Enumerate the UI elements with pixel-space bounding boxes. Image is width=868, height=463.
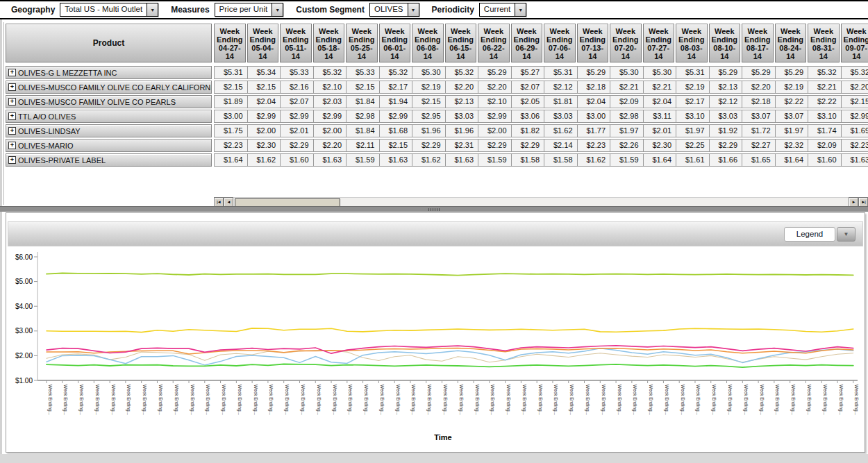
- price-cell[interactable]: $2.15: [347, 81, 380, 93]
- price-cell[interactable]: $2.22: [776, 96, 809, 108]
- price-cell[interactable]: $2.22: [808, 96, 842, 108]
- price-cell[interactable]: $2.18: [578, 81, 611, 93]
- price-cell[interactable]: $2.11: [347, 140, 380, 151]
- price-cell[interactable]: $1.68: [380, 125, 413, 137]
- week-column-header[interactable]: WeekEnding08-17-14: [742, 24, 774, 62]
- price-cell[interactable]: $1.62: [412, 154, 446, 166]
- product-column-header[interactable]: Product: [6, 24, 212, 62]
- price-cell[interactable]: $3.00: [215, 110, 248, 122]
- price-cell[interactable]: $2.27: [742, 140, 776, 151]
- scrollbar-track[interactable]: [233, 197, 849, 207]
- price-cell[interactable]: $5.29: [478, 67, 512, 78]
- price-cell[interactable]: $2.18: [742, 96, 776, 108]
- price-cell[interactable]: $5.29: [776, 67, 809, 78]
- price-cell[interactable]: $2.20: [842, 81, 868, 93]
- price-cell[interactable]: $1.89: [215, 96, 248, 108]
- price-cell[interactable]: $2.13: [710, 81, 743, 93]
- price-cell[interactable]: $2.99: [478, 110, 512, 122]
- price-cell[interactable]: $1.97: [610, 125, 644, 137]
- price-cell[interactable]: $1.63: [380, 154, 413, 166]
- expand-plus-icon[interactable]: +: [8, 127, 16, 135]
- legend-button[interactable]: Legend: [784, 227, 835, 242]
- week-column-header[interactable]: WeekEnding08-03-14: [676, 24, 708, 62]
- price-cell[interactable]: $5.32: [842, 67, 868, 78]
- periodicity-select[interactable]: Current ▼: [479, 3, 526, 17]
- price-cell[interactable]: $2.04: [248, 96, 281, 108]
- product-cell[interactable]: +OLIVES-LINDSAY: [6, 124, 212, 137]
- price-cell[interactable]: $2.17: [676, 96, 710, 108]
- expand-plus-icon[interactable]: +: [8, 156, 16, 164]
- price-cell[interactable]: $5.31: [544, 67, 578, 78]
- price-cell[interactable]: $5.27: [512, 67, 545, 78]
- price-cell[interactable]: $2.20: [742, 81, 776, 93]
- price-cell[interactable]: $2.00: [248, 125, 281, 137]
- price-cell[interactable]: $5.30: [644, 67, 677, 78]
- price-cell[interactable]: $2.10: [478, 96, 512, 108]
- price-cell[interactable]: $2.29: [478, 140, 512, 151]
- price-cell[interactable]: $2.01: [281, 125, 314, 137]
- price-cell[interactable]: $5.31: [215, 67, 248, 78]
- price-cell[interactable]: $2.26: [610, 140, 644, 151]
- price-cell[interactable]: $3.07: [776, 110, 809, 122]
- price-cell[interactable]: $2.99: [314, 110, 347, 122]
- price-cell[interactable]: $1.61: [676, 154, 710, 166]
- expand-plus-icon[interactable]: +: [8, 69, 16, 76]
- price-cell[interactable]: $1.62: [578, 154, 611, 166]
- price-cell[interactable]: $1.96: [446, 125, 479, 137]
- week-column-header[interactable]: WeekEnding06-29-14: [511, 24, 543, 62]
- price-cell[interactable]: $2.13: [446, 96, 479, 108]
- week-column-header[interactable]: WeekEnding05-11-14: [280, 24, 312, 62]
- price-cell[interactable]: $3.03: [544, 110, 578, 122]
- price-cell[interactable]: $5.34: [248, 67, 281, 78]
- price-cell[interactable]: $2.99: [380, 110, 413, 122]
- week-column-header[interactable]: WeekEnding08-10-14: [709, 24, 741, 62]
- week-column-header[interactable]: WeekEnding05-04-14: [247, 24, 279, 62]
- price-cell[interactable]: $2.07: [281, 96, 314, 108]
- price-cell[interactable]: $2.23: [215, 140, 248, 151]
- price-cell[interactable]: $1.82: [512, 125, 545, 137]
- price-cell[interactable]: $2.25: [676, 140, 710, 151]
- price-cell[interactable]: $2.15: [380, 140, 413, 151]
- price-cell[interactable]: $1.58: [512, 154, 545, 166]
- price-cell[interactable]: $2.05: [512, 96, 545, 108]
- product-cell[interactable]: +OLIVES-MARIO: [6, 139, 212, 152]
- scroll-to-start-button[interactable]: |◄: [214, 197, 224, 207]
- price-cell[interactable]: $2.30: [248, 140, 281, 151]
- price-cell[interactable]: $3.11: [644, 110, 677, 122]
- chevron-down-icon[interactable]: ▼: [837, 227, 856, 242]
- price-cell[interactable]: $1.84: [347, 125, 380, 137]
- price-cell[interactable]: $2.21: [644, 81, 677, 93]
- price-cell[interactable]: $3.00: [578, 110, 611, 122]
- price-cell[interactable]: $2.07: [512, 81, 545, 93]
- price-cell[interactable]: $2.09: [808, 140, 842, 151]
- price-cell[interactable]: $2.23: [578, 140, 611, 151]
- price-cell[interactable]: $2.00: [478, 125, 512, 137]
- price-cell[interactable]: $2.17: [380, 81, 413, 93]
- price-cell[interactable]: $3.10: [676, 110, 710, 122]
- price-cell[interactable]: $2.29: [512, 140, 545, 151]
- price-cell[interactable]: $1.77: [578, 125, 611, 137]
- price-cell[interactable]: $1.58: [544, 154, 578, 166]
- price-cell[interactable]: $2.98: [610, 110, 644, 122]
- scroll-to-end-button[interactable]: ►|: [858, 197, 868, 207]
- week-column-header[interactable]: WeekEnding07-20-14: [610, 24, 642, 62]
- price-cell[interactable]: $2.99: [281, 110, 314, 122]
- week-column-header[interactable]: WeekEnding08-31-14: [808, 24, 840, 62]
- price-cell[interactable]: $5.32: [446, 67, 479, 78]
- price-cell[interactable]: $2.16: [281, 81, 314, 93]
- price-cell[interactable]: $3.03: [710, 110, 743, 122]
- price-cell[interactable]: $2.15: [248, 81, 281, 93]
- price-cell[interactable]: $2.01: [644, 125, 677, 137]
- price-cell[interactable]: $1.62: [544, 125, 578, 137]
- price-cell[interactable]: $2.98: [347, 110, 380, 122]
- expand-plus-icon[interactable]: +: [8, 112, 16, 120]
- price-cell[interactable]: $1.63: [842, 154, 868, 166]
- week-column-header[interactable]: WeekEnding05-18-14: [313, 24, 345, 62]
- price-cell[interactable]: $2.23: [842, 140, 868, 151]
- price-cell[interactable]: $2.10: [314, 81, 347, 93]
- price-cell[interactable]: $5.30: [412, 67, 446, 78]
- chevron-down-icon[interactable]: ▼: [272, 3, 283, 16]
- price-cell[interactable]: $2.29: [281, 140, 314, 151]
- price-cell[interactable]: $2.21: [808, 81, 842, 93]
- price-cell[interactable]: $1.81: [544, 96, 578, 108]
